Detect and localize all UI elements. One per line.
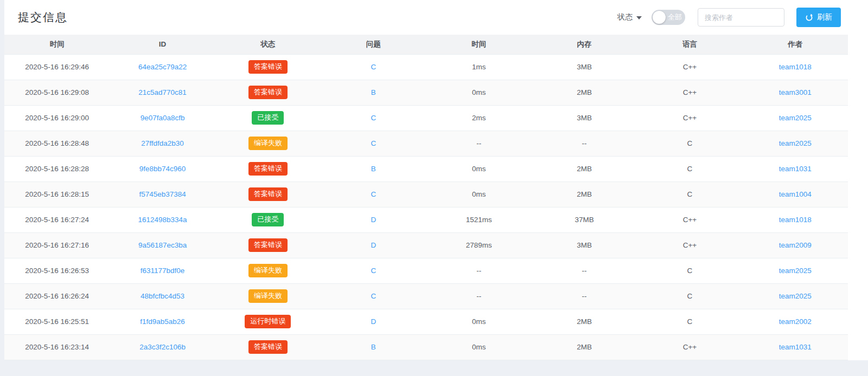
col-header-memory: 内存 (532, 35, 637, 54)
author-link[interactable]: team1018 (779, 63, 812, 71)
submissions-tbody: 2020-5-16 16:29:46 64ea25c79a22 答案错误 C 1… (4, 54, 848, 360)
toggle-knob (653, 11, 666, 24)
problem-link[interactable]: C (371, 267, 376, 275)
cell-status: 答案错误 (215, 54, 321, 80)
cell-runtime: 0ms (426, 334, 532, 360)
submission-id-link[interactable]: 27ffdfda2b30 (141, 139, 184, 147)
cell-problem: C (321, 181, 426, 207)
cell-problem: C (321, 105, 426, 131)
problem-link[interactable]: C (371, 139, 376, 147)
author-link[interactable]: team2025 (779, 267, 812, 275)
problem-link[interactable]: C (371, 190, 376, 198)
cell-language: C++ (637, 105, 742, 131)
col-header-submit-time: 时间 (4, 35, 110, 54)
all-toggle-switch[interactable]: 全部 (652, 10, 685, 25)
problem-link[interactable]: C (371, 292, 376, 300)
refresh-button[interactable]: 刷新 (796, 8, 841, 27)
submission-row: 2020-5-16 16:27:16 9a56187ec3ba 答案错误 D 2… (4, 232, 848, 258)
author-link[interactable]: team3001 (779, 88, 812, 96)
submissions-table: 时间 ID 状态 问题 时间 内存 语言 作者 2020-5-16 16:29:… (4, 35, 848, 360)
submission-row: 2020-5-16 16:29:08 21c5ad770c81 答案错误 B 0… (4, 80, 848, 105)
cell-author: team2002 (743, 309, 848, 334)
problem-link[interactable]: B (371, 88, 376, 96)
cell-id: 64ea25c79a22 (110, 54, 215, 80)
cell-problem: B (321, 80, 426, 105)
content-card: 提交信息 状态 全部 刷新 (4, 0, 868, 360)
status-badge: 答案错误 (248, 238, 288, 252)
author-link[interactable]: team2025 (779, 292, 812, 300)
cell-status: 已接受 (215, 105, 321, 131)
problem-link[interactable]: C (371, 114, 376, 122)
cell-id: 1612498b334a (110, 207, 215, 232)
submission-id-link[interactable]: 9fe8bb74c960 (139, 165, 186, 173)
submission-id-link[interactable]: f1fd9ab5ab26 (140, 317, 185, 326)
submission-id-link[interactable]: 2a3c3f2c106b (139, 343, 186, 351)
author-link[interactable]: team2025 (779, 139, 812, 147)
search-author-input[interactable] (698, 8, 784, 27)
submission-id-link[interactable]: 9a56187ec3ba (138, 241, 187, 249)
author-link[interactable]: team1031 (779, 165, 812, 173)
cell-status: 编译失败 (215, 131, 321, 156)
cell-runtime: -- (426, 131, 532, 156)
submission-id-link[interactable]: f631177bdf0e (141, 267, 185, 275)
cell-memory: 2MB (532, 80, 637, 105)
submission-row: 2020-5-16 16:27:24 1612498b334a 已接受 D 15… (4, 207, 848, 232)
cell-language: C (637, 181, 742, 207)
submission-id-link[interactable]: 21c5ad770c81 (138, 88, 187, 96)
submission-id-link[interactable]: 9e07fa0a8cfb (141, 114, 185, 122)
cell-memory: 2MB (532, 334, 637, 360)
problem-link[interactable]: D (371, 241, 376, 249)
cell-submit-time: 2020-5-16 16:29:00 (4, 105, 110, 131)
problem-link[interactable]: B (371, 343, 376, 351)
cell-submit-time: 2020-5-16 16:29:08 (4, 80, 110, 105)
problem-link[interactable]: C (371, 63, 376, 71)
cell-author: team1004 (743, 181, 848, 207)
status-filter-dropdown[interactable]: 状态 (617, 12, 642, 22)
chevron-down-icon (636, 16, 642, 20)
cell-memory: -- (532, 131, 637, 156)
cell-id: 27ffdfda2b30 (110, 131, 215, 156)
cell-memory: 2MB (532, 309, 637, 334)
status-badge: 答案错误 (248, 162, 288, 176)
author-link[interactable]: team2025 (779, 114, 812, 122)
cell-language: C (637, 258, 742, 283)
submission-id-link[interactable]: 64ea25c79a22 (138, 63, 187, 71)
problem-link[interactable]: D (371, 216, 376, 224)
submission-id-link[interactable]: 48bfcfbc4d53 (141, 292, 184, 300)
cell-id: 9fe8bb74c960 (110, 156, 215, 181)
cell-id: 48bfcfbc4d53 (110, 283, 215, 309)
submission-id-link[interactable]: f5745eb37384 (139, 190, 186, 198)
toggle-label: 全部 (668, 12, 682, 22)
problem-link[interactable]: B (371, 165, 376, 173)
submission-row: 2020-5-16 16:23:14 2a3c3f2c106b 答案错误 B 0… (4, 334, 848, 360)
cell-problem: C (321, 131, 426, 156)
cell-memory: 2MB (532, 181, 637, 207)
submissions-table-header: 时间 ID 状态 问题 时间 内存 语言 作者 (4, 35, 848, 54)
cell-memory: -- (532, 283, 637, 309)
author-link[interactable]: team2002 (779, 317, 812, 326)
submission-row: 2020-5-16 16:28:28 9fe8bb74c960 答案错误 B 0… (4, 156, 848, 181)
author-link[interactable]: team2009 (779, 241, 812, 249)
cell-problem: D (321, 309, 426, 334)
problem-link[interactable]: D (371, 317, 376, 326)
author-link[interactable]: team1018 (779, 216, 812, 224)
cell-memory: 2MB (532, 156, 637, 181)
author-link[interactable]: team1004 (779, 190, 812, 198)
status-badge: 编译失败 (248, 264, 288, 277)
cell-problem: D (321, 232, 426, 258)
cell-status: 编译失败 (215, 283, 321, 309)
submission-row: 2020-5-16 16:25:51 f1fd9ab5ab26 运行时错误 D … (4, 309, 848, 334)
cell-submit-time: 2020-5-16 16:29:46 (4, 54, 110, 80)
submission-id-link[interactable]: 1612498b334a (138, 216, 187, 224)
cell-status: 答案错误 (215, 232, 321, 258)
cell-problem: C (321, 283, 426, 309)
author-link[interactable]: team1031 (779, 343, 812, 351)
cell-problem: C (321, 258, 426, 283)
cell-author: team2009 (743, 232, 848, 258)
cell-language: C++ (637, 232, 742, 258)
cell-author: team2025 (743, 131, 848, 156)
toolbar-controls: 状态 全部 刷新 (617, 8, 841, 27)
status-badge: 答案错误 (248, 60, 288, 74)
cell-runtime: 0ms (426, 181, 532, 207)
cell-author: team2025 (743, 283, 848, 309)
